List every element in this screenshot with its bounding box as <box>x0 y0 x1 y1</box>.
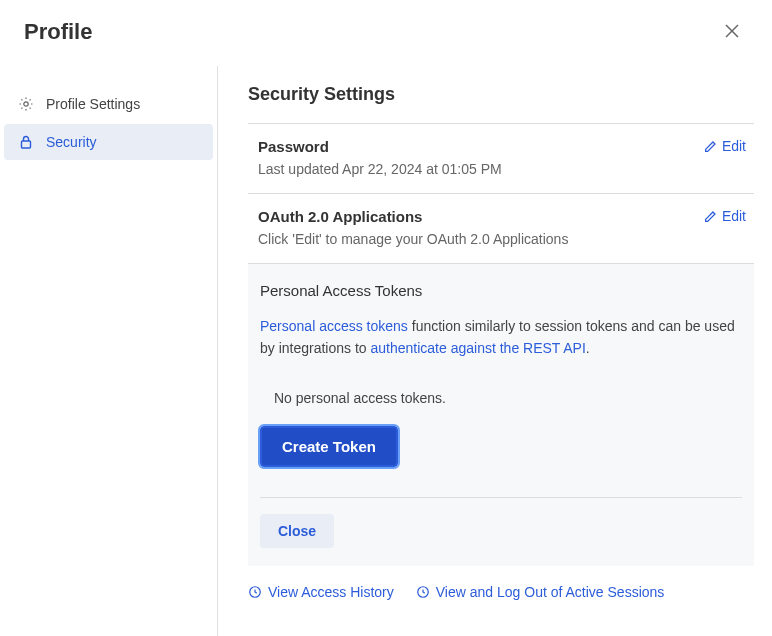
footer-link-label: View Access History <box>268 584 394 600</box>
pat-title: Personal Access Tokens <box>260 282 742 299</box>
sidebar: Profile Settings Security <box>0 66 218 636</box>
svg-rect-3 <box>22 141 31 148</box>
pat-link-api[interactable]: authenticate against the REST API <box>371 340 586 356</box>
main-panel: Security Settings Password Last updated … <box>218 66 772 636</box>
dialog-title: Profile <box>24 19 92 45</box>
pat-link-tokens[interactable]: Personal access tokens <box>260 318 408 334</box>
sidebar-item-label: Security <box>46 134 97 150</box>
pencil-icon <box>704 140 717 153</box>
pencil-icon <box>704 210 717 223</box>
sidebar-item-label: Profile Settings <box>46 96 140 112</box>
view-active-sessions-link[interactable]: View and Log Out of Active Sessions <box>416 584 665 600</box>
sidebar-item-profile-settings[interactable]: Profile Settings <box>4 86 213 122</box>
oauth-section: OAuth 2.0 Applications Click 'Edit' to m… <box>248 193 754 263</box>
footer-link-label: View and Log Out of Active Sessions <box>436 584 665 600</box>
svg-point-2 <box>24 102 28 106</box>
divider <box>260 497 742 498</box>
edit-label: Edit <box>722 138 746 154</box>
edit-label: Edit <box>722 208 746 224</box>
create-token-button[interactable]: Create Token <box>260 426 398 467</box>
pat-description: Personal access tokens function similarl… <box>260 315 742 360</box>
close-icon[interactable] <box>716 18 748 46</box>
password-edit-button[interactable]: Edit <box>704 138 754 154</box>
password-title: Password <box>258 138 502 155</box>
password-section: Password Last updated Apr 22, 2024 at 01… <box>248 123 754 193</box>
clock-icon <box>248 585 262 599</box>
sidebar-item-security[interactable]: Security <box>4 124 213 160</box>
pat-section: Personal Access Tokens Personal access t… <box>248 263 754 566</box>
gear-icon <box>18 96 34 112</box>
clock-icon <box>416 585 430 599</box>
pat-empty-message: No personal access tokens. <box>260 378 742 426</box>
oauth-edit-button[interactable]: Edit <box>704 208 754 224</box>
page-title: Security Settings <box>248 84 754 105</box>
oauth-title: OAuth 2.0 Applications <box>258 208 568 225</box>
password-subtitle: Last updated Apr 22, 2024 at 01:05 PM <box>258 161 502 177</box>
view-access-history-link[interactable]: View Access History <box>248 584 394 600</box>
close-button[interactable]: Close <box>260 514 334 548</box>
footer-links: View Access History View and Log Out of … <box>248 566 754 612</box>
lock-icon <box>18 134 34 150</box>
pat-desc-end: . <box>586 340 590 356</box>
oauth-subtitle: Click 'Edit' to manage your OAuth 2.0 Ap… <box>258 231 568 247</box>
